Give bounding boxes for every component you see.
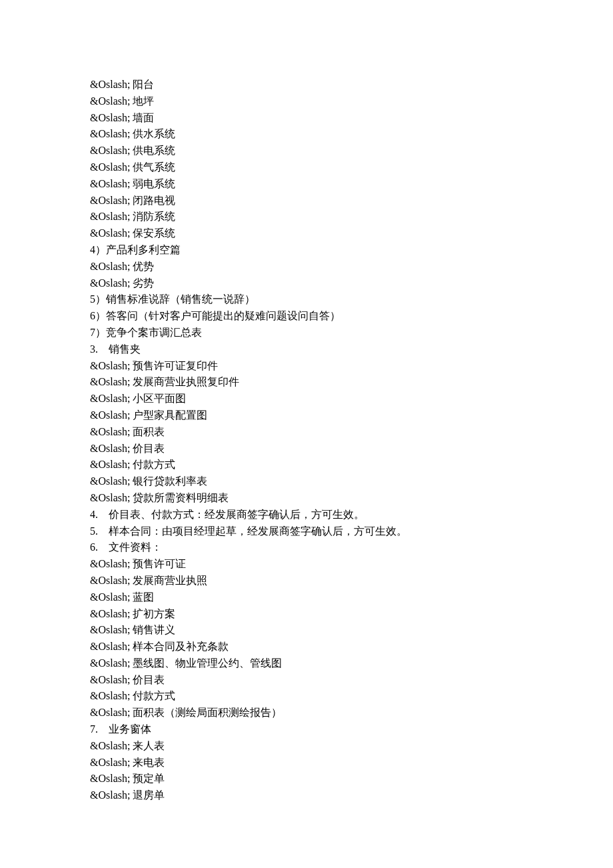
item-label: 供水系统	[133, 128, 175, 139]
entity-marker: &Oslash;	[90, 393, 130, 404]
line-text: 5）销售标准说辞（销售统一说辞）	[90, 293, 255, 305]
entity-marker: &Oslash;	[90, 608, 130, 619]
text-line: &Oslash; 户型家具配置图	[90, 407, 523, 424]
item-label: 发展商营业执照复印件	[133, 376, 239, 387]
line-text: 7）竞争个案市调汇总表	[90, 327, 202, 338]
entity-marker: &Oslash;	[90, 492, 130, 503]
entity-marker: &Oslash;	[90, 409, 130, 421]
text-line: 4. 价目表、付款方式：经发展商签字确认后，方可生效。	[90, 507, 523, 523]
entity-marker: &Oslash;	[90, 757, 130, 768]
text-line: &Oslash; 扩初方案	[90, 606, 523, 623]
text-line: 3. 销售夹	[90, 341, 523, 358]
item-label: 贷款所需资料明细表	[133, 492, 229, 503]
text-line: &Oslash; 供电系统	[90, 143, 523, 159]
text-line: &Oslash; 预定单	[90, 771, 523, 787]
entity-marker: &Oslash;	[90, 95, 130, 107]
entity-marker: &Oslash;	[90, 211, 130, 222]
item-label: 劣势	[133, 277, 154, 289]
item-label: 预定单	[133, 773, 165, 784]
item-label: 供气系统	[133, 161, 175, 173]
text-line: &Oslash; 蓝图	[90, 589, 523, 606]
text-line: 5）销售标准说辞（销售统一说辞）	[90, 291, 523, 308]
text-line: 7. 业务窗体	[90, 721, 523, 738]
entity-marker: &Oslash;	[90, 79, 130, 90]
entity-marker: &Oslash;	[90, 128, 130, 139]
line-text: 5. 样本合同：由项目经理起草，经发展商签字确认后，方可生效。	[90, 525, 407, 537]
text-line: 4）产品利多利空篇	[90, 242, 523, 259]
text-line: &Oslash; 供气系统	[90, 159, 523, 176]
text-line: &Oslash; 价目表	[90, 441, 523, 457]
item-label: 银行贷款利率表	[133, 475, 207, 487]
text-line: &Oslash; 面积表	[90, 424, 523, 441]
text-line: &Oslash; 发展商营业执照复印件	[90, 374, 523, 391]
item-label: 价目表	[133, 443, 165, 454]
entity-marker: &Oslash;	[90, 161, 130, 173]
item-label: 闭路电视	[133, 195, 175, 206]
entity-marker: &Oslash;	[90, 575, 130, 586]
text-line: &Oslash; 优势	[90, 259, 523, 275]
entity-marker: &Oslash;	[90, 641, 130, 652]
text-line: &Oslash; 墙面	[90, 110, 523, 127]
item-label: 付款方式	[133, 690, 175, 701]
document-page: &Oslash; 阳台&Oslash; 地坪&Oslash; 墙面&Oslash…	[0, 0, 613, 868]
line-text: 4）产品利多利空篇	[90, 244, 181, 255]
entity-marker: &Oslash;	[90, 558, 130, 569]
entity-marker: &Oslash;	[90, 773, 130, 784]
text-line: &Oslash; 保安系统	[90, 225, 523, 242]
item-label: 墙面	[133, 112, 154, 123]
entity-marker: &Oslash;	[90, 261, 130, 272]
text-line: &Oslash; 价目表	[90, 672, 523, 689]
entity-marker: &Oslash;	[90, 376, 130, 387]
text-line: &Oslash; 发展商营业执照	[90, 573, 523, 589]
text-line: &Oslash; 销售讲义	[90, 622, 523, 639]
entity-marker: &Oslash;	[90, 178, 130, 189]
entity-marker: &Oslash;	[90, 690, 130, 701]
entity-marker: &Oslash;	[90, 145, 130, 156]
item-label: 预售许可证	[133, 558, 186, 569]
text-line: &Oslash; 退房单	[90, 787, 523, 804]
text-line: &Oslash; 阳台	[90, 77, 523, 93]
entity-marker: &Oslash;	[90, 459, 130, 470]
entity-marker: &Oslash;	[90, 789, 130, 801]
item-label: 墨线图、物业管理公约、管线图	[133, 657, 282, 669]
text-line: &Oslash; 供水系统	[90, 126, 523, 143]
entity-marker: &Oslash;	[90, 657, 130, 669]
item-label: 发展商营业执照	[133, 575, 207, 586]
line-text: 6）答客问（针对客户可能提出的疑难问题设问自答）	[90, 310, 340, 321]
entity-marker: &Oslash;	[90, 277, 130, 289]
text-line: &Oslash; 来人表	[90, 738, 523, 755]
entity-marker: &Oslash;	[90, 475, 130, 487]
item-label: 保安系统	[133, 227, 175, 239]
document-body: &Oslash; 阳台&Oslash; 地坪&Oslash; 墙面&Oslash…	[90, 77, 523, 804]
text-line: &Oslash; 消防系统	[90, 209, 523, 225]
entity-marker: &Oslash;	[90, 360, 130, 371]
text-line: &Oslash; 预售许可证复印件	[90, 358, 523, 375]
line-text: 6. 文件资料：	[90, 541, 162, 553]
item-label: 退房单	[133, 789, 165, 801]
text-line: &Oslash; 预售许可证	[90, 556, 523, 573]
text-line: &Oslash; 闭路电视	[90, 193, 523, 209]
entity-marker: &Oslash;	[90, 195, 130, 206]
text-line: &Oslash; 面积表（测绘局面积测绘报告）	[90, 705, 523, 721]
text-line: &Oslash; 来电表	[90, 755, 523, 771]
item-label: 优势	[133, 261, 154, 272]
item-label: 销售讲义	[133, 624, 175, 635]
item-label: 预售许可证复印件	[133, 360, 218, 371]
item-label: 供电系统	[133, 145, 175, 156]
text-line: &Oslash; 付款方式	[90, 457, 523, 473]
item-label: 消防系统	[133, 211, 175, 222]
item-label: 付款方式	[133, 459, 175, 470]
item-label: 来人表	[133, 740, 165, 751]
item-label: 面积表	[133, 426, 165, 437]
text-line: &Oslash; 付款方式	[90, 688, 523, 705]
text-line: &Oslash; 银行贷款利率表	[90, 473, 523, 490]
entity-marker: &Oslash;	[90, 426, 130, 437]
entity-marker: &Oslash;	[90, 624, 130, 635]
item-label: 面积表（测绘局面积测绘报告）	[133, 707, 282, 718]
entity-marker: &Oslash;	[90, 443, 130, 454]
text-line: &Oslash; 地坪	[90, 93, 523, 110]
line-text: 3. 销售夹	[90, 343, 141, 355]
item-label: 户型家具配置图	[133, 409, 207, 421]
text-line: &Oslash; 劣势	[90, 275, 523, 292]
item-label: 阳台	[133, 79, 154, 90]
